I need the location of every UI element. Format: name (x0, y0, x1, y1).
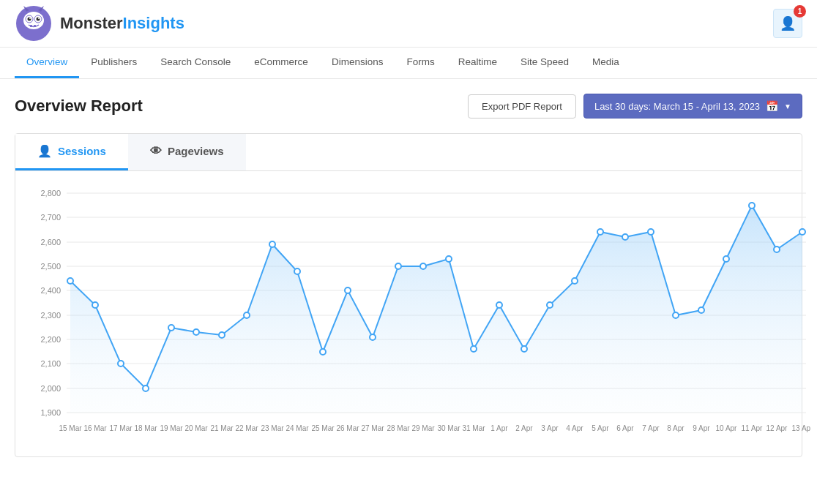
nav-item-overview[interactable]: Overview (15, 48, 79, 78)
report-actions: Export PDF Report Last 30 days: March 15… (468, 94, 802, 119)
svg-point-60 (749, 203, 755, 208)
logo-text: MonsterInsights (60, 14, 184, 33)
svg-point-33 (67, 278, 73, 284)
calendar-icon: 📅 (766, 100, 778, 112)
svg-point-57 (673, 312, 679, 318)
svg-point-62 (799, 229, 805, 235)
svg-point-5 (37, 18, 40, 21)
export-pdf-button[interactable]: Export PDF Report (468, 94, 576, 119)
report-title: Overview Report (15, 97, 143, 116)
svg-text:26 Mar: 26 Mar (336, 424, 359, 432)
svg-text:7 Apr: 7 Apr (642, 424, 660, 432)
svg-text:31 Mar: 31 Mar (462, 424, 485, 432)
pageviews-icon: 👁 (150, 145, 162, 158)
chevron-down-icon: ▼ (784, 102, 791, 110)
svg-text:5 Apr: 5 Apr (592, 424, 609, 432)
svg-text:13 Apr: 13 Apr (792, 424, 810, 432)
header: MonsterInsights 👤 1 (0, 0, 817, 48)
header-right: 👤 1 (773, 9, 802, 38)
nav-item-realtime[interactable]: Realtime (447, 48, 509, 78)
svg-rect-10 (30, 25, 32, 27)
svg-text:21 Mar: 21 Mar (210, 424, 234, 432)
svg-point-7 (38, 18, 40, 19)
sessions-icon: 👤 (37, 144, 52, 158)
svg-point-35 (118, 361, 124, 366)
svg-text:20 Mar: 20 Mar (184, 424, 208, 432)
svg-text:2 Apr: 2 Apr (515, 424, 533, 432)
svg-text:2,200: 2,200 (40, 335, 61, 344)
svg-text:12 Apr: 12 Apr (766, 424, 788, 432)
nav-item-search-console[interactable]: Search Console (149, 48, 242, 78)
nav-item-site-speed[interactable]: Site Speed (509, 48, 581, 78)
report-header: Overview Report Export PDF Report Last 3… (15, 94, 802, 119)
svg-point-51 (521, 346, 527, 352)
svg-text:1,900: 1,900 (40, 408, 61, 417)
chart-container: 👤 Sessions 👁 Pageviews (15, 133, 802, 457)
svg-text:23 Mar: 23 Mar (261, 424, 284, 432)
svg-point-49 (471, 346, 477, 352)
svg-point-34 (92, 302, 98, 308)
svg-point-56 (648, 229, 654, 235)
svg-text:2,100: 2,100 (40, 359, 61, 368)
svg-point-61 (774, 247, 780, 252)
svg-point-43 (320, 349, 326, 355)
notification-badge: 1 (794, 5, 806, 18)
svg-text:17 Mar: 17 Mar (109, 424, 133, 432)
tab-sessions[interactable]: 👤 Sessions (15, 134, 128, 170)
svg-point-4 (28, 18, 31, 21)
svg-text:3 Apr: 3 Apr (541, 424, 559, 432)
svg-text:2,800: 2,800 (40, 189, 61, 198)
svg-point-55 (622, 234, 628, 240)
svg-text:30 Mar: 30 Mar (437, 424, 460, 432)
svg-point-36 (143, 385, 149, 391)
svg-text:4 Apr: 4 Apr (566, 424, 583, 432)
svg-rect-11 (34, 25, 36, 27)
date-range-button[interactable]: Last 30 days: March 15 - April 13, 2023 … (583, 94, 802, 119)
notification-icon: 👤 (780, 15, 796, 31)
svg-text:8 Apr: 8 Apr (667, 424, 684, 432)
svg-marker-32 (70, 206, 802, 413)
svg-point-58 (698, 307, 704, 313)
main-content: Overview Report Export PDF Report Last 3… (0, 79, 817, 464)
svg-point-41 (269, 241, 275, 247)
svg-point-45 (370, 334, 376, 340)
svg-point-48 (446, 256, 452, 262)
nav-item-dimensions[interactable]: Dimensions (320, 48, 395, 78)
svg-point-40 (244, 312, 250, 318)
logo-area: MonsterInsights (15, 4, 184, 42)
svg-text:10 Apr: 10 Apr (716, 424, 738, 432)
svg-text:11 Apr: 11 Apr (742, 424, 764, 432)
date-range-label: Last 30 days: March 15 - April 13, 2023 (594, 101, 760, 112)
nav-item-forms[interactable]: Forms (395, 48, 446, 78)
svg-point-42 (294, 268, 300, 274)
svg-point-37 (168, 325, 174, 331)
svg-point-46 (395, 263, 401, 269)
chart-tabs: 👤 Sessions 👁 Pageviews (15, 134, 802, 171)
nav-item-ecommerce[interactable]: eCommerce (242, 48, 320, 78)
svg-text:28 Mar: 28 Mar (387, 424, 410, 432)
svg-point-47 (420, 263, 426, 269)
svg-text:22 Mar: 22 Mar (235, 424, 258, 432)
svg-point-52 (547, 302, 553, 308)
tab-sessions-label: Sessions (58, 145, 106, 157)
nav-item-media[interactable]: Media (581, 48, 631, 78)
chart-body: 2,800 2,700 2,600 2,500 2,400 2,300 2,20… (15, 171, 802, 456)
svg-point-53 (572, 278, 578, 284)
svg-text:6 Apr: 6 Apr (616, 424, 634, 432)
svg-text:18 Mar: 18 Mar (134, 424, 157, 432)
svg-text:15 Mar: 15 Mar (59, 424, 82, 432)
svg-text:9 Apr: 9 Apr (693, 424, 710, 432)
svg-point-38 (193, 329, 199, 335)
tab-pageviews[interactable]: 👁 Pageviews (128, 134, 246, 170)
svg-text:24 Mar: 24 Mar (286, 424, 309, 432)
svg-text:2,400: 2,400 (40, 286, 61, 295)
svg-text:2,700: 2,700 (40, 213, 61, 222)
notification-button[interactable]: 👤 1 (773, 9, 802, 38)
svg-text:2,600: 2,600 (40, 238, 61, 247)
sessions-chart: 2,800 2,700 2,600 2,500 2,400 2,300 2,20… (23, 178, 810, 456)
svg-text:16 Mar: 16 Mar (83, 424, 107, 432)
logo-icon (15, 4, 53, 42)
nav-item-publishers[interactable]: Publishers (79, 48, 149, 78)
svg-point-50 (496, 302, 502, 308)
svg-point-44 (345, 287, 351, 293)
